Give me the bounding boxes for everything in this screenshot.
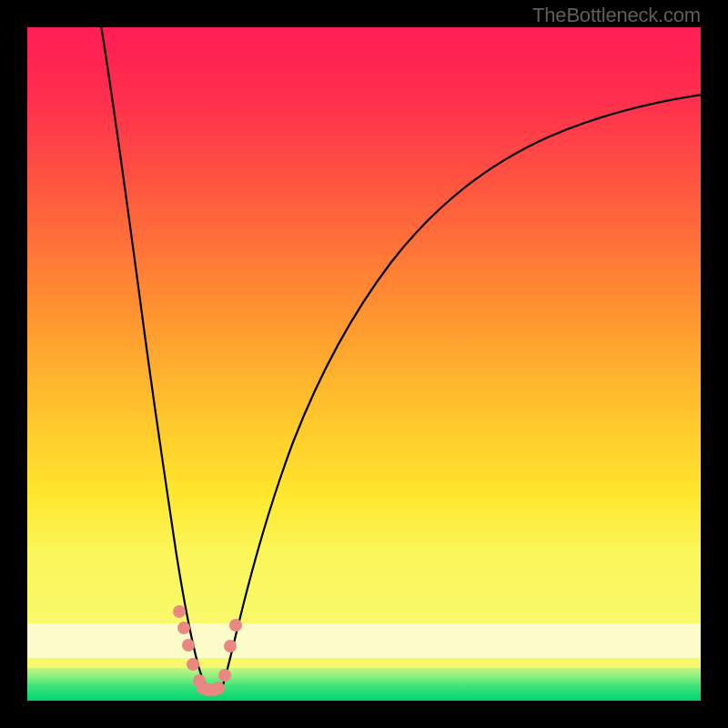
plot-area [27,27,701,701]
band-green [27,668,701,701]
gradient-main [27,27,701,623]
chart-stage: TheBottleneck.com [0,0,728,728]
band-bright-yellow [27,658,701,668]
watermark-text: TheBottleneck.com [532,4,701,27]
band-cream [27,623,701,658]
gradient-background [27,27,701,701]
